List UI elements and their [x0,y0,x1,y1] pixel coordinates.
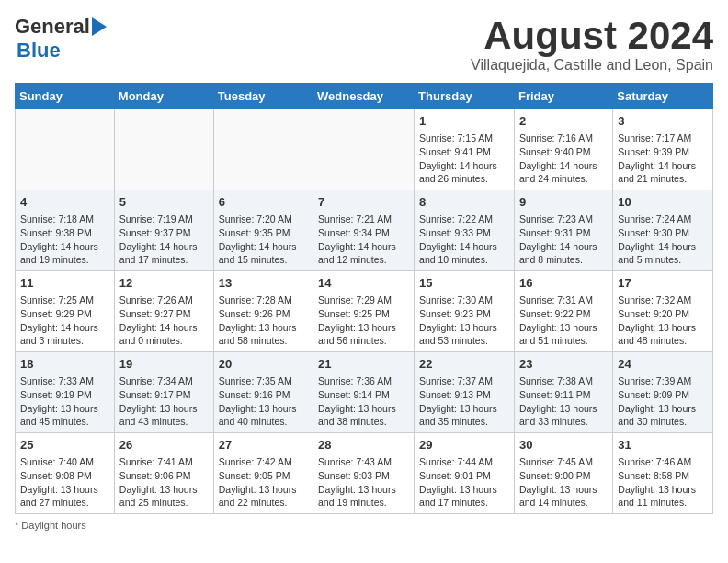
day-info: Sunrise: 7:39 AMSunset: 9:09 PMDaylight:… [618,374,708,429]
calendar-cell: 31Sunrise: 7:46 AMSunset: 8:58 PMDayligh… [613,432,713,513]
title-block: August 2024 Villaquejida, Castille and L… [471,15,713,74]
calendar-cell: 8Sunrise: 7:22 AMSunset: 9:33 PMDaylight… [415,190,515,271]
day-number: 14 [318,275,409,292]
calendar-cell [16,109,115,190]
calendar-cell: 13Sunrise: 7:28 AMSunset: 9:26 PMDayligh… [213,271,313,352]
calendar-cell: 25Sunrise: 7:40 AMSunset: 9:08 PMDayligh… [16,432,115,513]
calendar-cell: 23Sunrise: 7:38 AMSunset: 9:11 PMDayligh… [514,352,612,433]
week-row-3: 11Sunrise: 7:25 AMSunset: 9:29 PMDayligh… [16,271,713,352]
day-info: Sunrise: 7:26 AMSunset: 9:27 PMDaylight:… [119,293,209,348]
day-info: Sunrise: 7:45 AMSunset: 9:00 PMDaylight:… [519,455,608,510]
day-number: 3 [618,113,708,130]
footer-note: * Daylight hours [15,520,713,531]
day-info: Sunrise: 7:34 AMSunset: 9:17 PMDaylight:… [119,374,209,429]
day-number: 4 [20,194,109,211]
week-row-2: 4Sunrise: 7:18 AMSunset: 9:38 PMDaylight… [16,190,713,271]
calendar-cell: 21Sunrise: 7:36 AMSunset: 9:14 PMDayligh… [313,352,415,433]
calendar-cell: 6Sunrise: 7:20 AMSunset: 9:35 PMDaylight… [213,190,313,271]
calendar-cell: 10Sunrise: 7:24 AMSunset: 9:30 PMDayligh… [613,190,713,271]
calendar-cell [213,109,313,190]
day-number: 7 [318,194,409,211]
day-info: Sunrise: 7:19 AMSunset: 9:37 PMDaylight:… [119,213,209,267]
week-row-5: 25Sunrise: 7:40 AMSunset: 9:08 PMDayligh… [16,432,713,513]
day-number: 19 [119,356,209,373]
day-number: 9 [519,194,608,211]
calendar-cell: 4Sunrise: 7:18 AMSunset: 9:38 PMDaylight… [16,190,115,271]
calendar-cell: 14Sunrise: 7:29 AMSunset: 9:25 PMDayligh… [313,271,415,352]
day-info: Sunrise: 7:18 AMSunset: 9:38 PMDaylight:… [20,213,109,267]
day-info: Sunrise: 7:40 AMSunset: 9:08 PMDaylight:… [20,455,109,510]
calendar-cell: 2Sunrise: 7:16 AMSunset: 9:40 PMDaylight… [514,109,612,190]
day-info: Sunrise: 7:42 AMSunset: 9:05 PMDaylight:… [219,455,308,510]
day-info: Sunrise: 7:44 AMSunset: 9:01 PMDaylight:… [419,455,509,510]
calendar-cell: 18Sunrise: 7:33 AMSunset: 9:19 PMDayligh… [16,352,115,433]
day-info: Sunrise: 7:33 AMSunset: 9:19 PMDaylight:… [20,374,109,429]
calendar-cell: 1Sunrise: 7:15 AMSunset: 9:41 PMDaylight… [415,109,515,190]
calendar-cell: 3Sunrise: 7:17 AMSunset: 9:39 PMDaylight… [613,109,713,190]
day-info: Sunrise: 7:20 AMSunset: 9:35 PMDaylight:… [219,213,308,267]
day-number: 23 [519,356,608,373]
day-number: 15 [419,275,509,292]
calendar-cell: 29Sunrise: 7:44 AMSunset: 9:01 PMDayligh… [415,432,515,513]
day-number: 8 [419,194,509,211]
dow-header-saturday: Saturday [613,84,713,109]
logo: General Blue [15,15,107,63]
day-number: 31 [618,437,708,454]
dow-header-tuesday: Tuesday [213,84,313,109]
day-info: Sunrise: 7:15 AMSunset: 9:41 PMDaylight:… [419,132,509,186]
calendar-cell: 7Sunrise: 7:21 AMSunset: 9:34 PMDaylight… [313,190,415,271]
calendar-title: August 2024 [471,15,713,57]
dow-header-wednesday: Wednesday [313,84,415,109]
day-info: Sunrise: 7:21 AMSunset: 9:34 PMDaylight:… [318,213,409,267]
logo-general: General [15,15,90,39]
calendar-cell: 26Sunrise: 7:41 AMSunset: 9:06 PMDayligh… [114,432,213,513]
calendar-body: 1Sunrise: 7:15 AMSunset: 9:41 PMDaylight… [16,109,713,514]
calendar-cell: 9Sunrise: 7:23 AMSunset: 9:31 PMDaylight… [514,190,612,271]
calendar-cell: 22Sunrise: 7:37 AMSunset: 9:13 PMDayligh… [415,352,515,433]
day-info: Sunrise: 7:36 AMSunset: 9:14 PMDaylight:… [318,374,409,429]
footer-note-text: Daylight hours [21,520,85,531]
day-number: 30 [519,437,608,454]
calendar-cell: 12Sunrise: 7:26 AMSunset: 9:27 PMDayligh… [114,271,213,352]
calendar-cell: 15Sunrise: 7:30 AMSunset: 9:23 PMDayligh… [415,271,515,352]
day-number: 13 [219,275,308,292]
day-info: Sunrise: 7:17 AMSunset: 9:39 PMDaylight:… [618,132,708,186]
dow-header-sunday: Sunday [16,84,115,109]
day-info: Sunrise: 7:29 AMSunset: 9:25 PMDaylight:… [318,293,409,348]
day-info: Sunrise: 7:32 AMSunset: 9:20 PMDaylight:… [618,293,708,348]
day-info: Sunrise: 7:31 AMSunset: 9:22 PMDaylight:… [519,293,608,348]
day-info: Sunrise: 7:16 AMSunset: 9:40 PMDaylight:… [519,132,608,186]
day-info: Sunrise: 7:30 AMSunset: 9:23 PMDaylight:… [419,293,509,348]
day-number: 12 [119,275,209,292]
day-number: 10 [618,194,708,211]
day-info: Sunrise: 7:23 AMSunset: 9:31 PMDaylight:… [519,213,608,267]
calendar-cell: 20Sunrise: 7:35 AMSunset: 9:16 PMDayligh… [213,352,313,433]
week-row-1: 1Sunrise: 7:15 AMSunset: 9:41 PMDaylight… [16,109,713,190]
day-info: Sunrise: 7:37 AMSunset: 9:13 PMDaylight:… [419,374,509,429]
day-number: 20 [219,356,308,373]
day-info: Sunrise: 7:38 AMSunset: 9:11 PMDaylight:… [519,374,608,429]
calendar-table: SundayMondayTuesdayWednesdayThursdayFrid… [15,83,713,514]
logo-arrow-icon [92,17,107,36]
calendar-cell: 30Sunrise: 7:45 AMSunset: 9:00 PMDayligh… [514,432,612,513]
day-info: Sunrise: 7:35 AMSunset: 9:16 PMDaylight:… [219,374,308,429]
calendar-cell: 11Sunrise: 7:25 AMSunset: 9:29 PMDayligh… [16,271,115,352]
day-number: 18 [20,356,109,373]
calendar-cell: 16Sunrise: 7:31 AMSunset: 9:22 PMDayligh… [514,271,612,352]
calendar-cell: 27Sunrise: 7:42 AMSunset: 9:05 PMDayligh… [213,432,313,513]
day-number: 5 [119,194,209,211]
day-number: 17 [618,275,708,292]
dow-header-thursday: Thursday [415,84,515,109]
day-info: Sunrise: 7:46 AMSunset: 8:58 PMDaylight:… [618,455,708,510]
day-number: 16 [519,275,608,292]
day-number: 26 [119,437,209,454]
day-info: Sunrise: 7:43 AMSunset: 9:03 PMDaylight:… [318,455,409,510]
calendar-cell: 19Sunrise: 7:34 AMSunset: 9:17 PMDayligh… [114,352,213,433]
header: General Blue August 2024 Villaquejida, C… [15,15,713,74]
day-number: 24 [618,356,708,373]
week-row-4: 18Sunrise: 7:33 AMSunset: 9:19 PMDayligh… [16,352,713,433]
calendar-cell: 24Sunrise: 7:39 AMSunset: 9:09 PMDayligh… [613,352,713,433]
calendar-subtitle: Villaquejida, Castille and Leon, Spain [471,57,713,74]
day-number: 11 [20,275,109,292]
day-number: 2 [519,113,608,130]
